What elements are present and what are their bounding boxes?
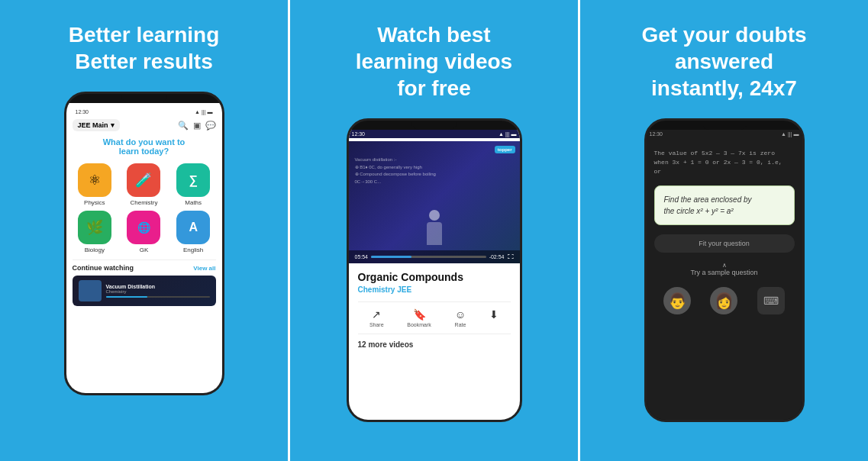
status-icons-1: ▲ ||| ▬ bbox=[195, 109, 212, 114]
status-icons-2: ▲ ||| ▬ bbox=[499, 131, 516, 137]
video-controls[interactable]: 05:54 -02:54 ⛶ bbox=[349, 250, 520, 263]
english-label: English bbox=[183, 247, 203, 253]
video-icon[interactable]: ▣ bbox=[193, 121, 201, 131]
subject-english[interactable]: A English bbox=[171, 211, 216, 253]
nav-icons: 🔍 ▣ 💬 bbox=[178, 121, 216, 131]
chat-icon[interactable]: 💬 bbox=[205, 121, 216, 131]
video-progress-fill bbox=[371, 256, 411, 258]
chevron-up-icon: ∧ bbox=[659, 262, 790, 269]
status-bar-3: 12:30 ▲ ||| ▬ bbox=[647, 130, 802, 138]
panel1-heading: Better learning Better results bbox=[69, 21, 220, 75]
continue-label: Continue watching bbox=[73, 264, 134, 272]
battery-icon-2: ▬ bbox=[511, 131, 517, 137]
presenter-figure bbox=[427, 210, 442, 245]
biology-icon-bg: 🌿 bbox=[78, 211, 111, 244]
fullscreen-icon[interactable]: ⛶ bbox=[508, 253, 514, 260]
video-player[interactable]: topper Vacuum distillation :- ⊕ B1♦ 0C, … bbox=[349, 141, 520, 263]
phone-screen-1: 12:30 ▲ ||| ▬ JEE Main ▾ 🔍 ▣ 💬 bbox=[66, 103, 222, 393]
video-info: Organic Compounds Chemistry JEE ↗ Share … bbox=[349, 263, 520, 356]
continue-progress-bar bbox=[106, 296, 210, 298]
panel-doubts: Get your doubts answered instantly, 24x7… bbox=[578, 0, 868, 461]
share-label: Share bbox=[369, 322, 384, 327]
chemistry-icon-bg: 🧪 bbox=[127, 163, 160, 197]
panel-learning-videos: Watch best learning videos for free 12:3… bbox=[288, 0, 578, 461]
phone-mockup-3: 12:30 ▲ ||| ▬ The value of 5x2 — 3 — 7x … bbox=[644, 118, 805, 422]
phone-mockup-1: 12:30 ▲ ||| ▬ JEE Main ▾ 🔍 ▣ 💬 bbox=[64, 92, 224, 395]
subject-physics[interactable]: ⚛ Physics bbox=[73, 163, 118, 206]
video-subtitle: Chemistry JEE bbox=[358, 285, 511, 294]
jee-label: JEE Main bbox=[78, 121, 108, 129]
rate-label: Rate bbox=[455, 322, 466, 327]
video-elapsed: 05:54 bbox=[355, 254, 369, 260]
avatar-2: 👩 bbox=[710, 287, 737, 314]
avatar-1: 👨 bbox=[663, 287, 691, 314]
subject-maths[interactable]: ∑ Maths bbox=[171, 163, 216, 206]
signal-icon-2: ||| bbox=[505, 131, 509, 137]
maths-icon-bg: ∑ bbox=[176, 163, 210, 197]
rate-icon: ☺ bbox=[455, 308, 466, 321]
try-sample-section: ∧ Try a sample question bbox=[654, 257, 795, 281]
doubt-avatars: 👨 👩 ⌨ bbox=[654, 287, 795, 314]
video-screen: 12:30 ▲ ||| ▬ topper Vacuum distillation… bbox=[349, 130, 520, 420]
phone-mockup-2: 12:30 ▲ ||| ▬ topper Vacuum distillation… bbox=[347, 118, 522, 422]
physics-icon-bg: ⚛ bbox=[78, 163, 111, 197]
status-bar-2: 12:30 ▲ ||| ▬ bbox=[349, 130, 520, 138]
continue-video-sub: Chemistry bbox=[106, 289, 210, 294]
download-icon: ⬇ bbox=[489, 308, 499, 321]
doubt-card: Find the area enclosed by the circle x² … bbox=[654, 185, 795, 225]
subject-chemistry[interactable]: 🧪 Chemistry bbox=[121, 163, 166, 206]
status-bar-1: 12:30 ▲ ||| ▬ bbox=[73, 108, 216, 116]
chemistry-label: Chemistry bbox=[130, 199, 157, 206]
panel-better-learning: Better learning Better results 12:30 ▲ |… bbox=[0, 0, 288, 461]
subject-gk[interactable]: 🌐 GK bbox=[121, 211, 166, 253]
share-icon: ↗ bbox=[372, 308, 381, 321]
sample-label: Try a sample question bbox=[690, 269, 757, 276]
learn-highlight: learn bbox=[119, 147, 139, 156]
continue-header: Continue watching View all bbox=[73, 264, 216, 272]
doubt-content: The value of 5x2 — 3 — 7x is zero when 3… bbox=[647, 141, 802, 322]
more-videos-count: 12 more videos bbox=[358, 340, 511, 349]
signal-icon: ||| bbox=[202, 109, 205, 114]
panel2-heading: Watch best learning videos for free bbox=[356, 21, 512, 102]
jee-badge[interactable]: JEE Main ▾ bbox=[73, 119, 120, 131]
subject-biology[interactable]: 🌿 Biology bbox=[73, 211, 118, 253]
bookmark-label: Bookmark bbox=[407, 322, 431, 327]
download-action[interactable]: ⬇ bbox=[489, 308, 499, 327]
status-icons-3: ▲ ||| ▬ bbox=[781, 131, 799, 137]
gk-icon-bg: 🌐 bbox=[127, 211, 160, 244]
physics-label: Physics bbox=[84, 199, 105, 206]
video-sketch-text: Vacuum distillation :- ⊕ B1♦ 0C, do gene… bbox=[355, 156, 436, 185]
learn-prompt: What do you want to learn today? bbox=[73, 137, 216, 156]
continue-bar[interactable]: Vacuum Distillation Chemistry bbox=[73, 276, 216, 306]
rate-action[interactable]: ☺ Rate bbox=[455, 308, 466, 327]
fit-question-btn[interactable]: Fit your question bbox=[654, 234, 795, 253]
continue-info: Vacuum Distillation Chemistry bbox=[106, 284, 210, 298]
gk-label: GK bbox=[140, 247, 149, 253]
keyboard-icon[interactable]: ⌨ bbox=[757, 287, 785, 314]
share-action[interactable]: ↗ Share bbox=[369, 308, 384, 327]
status-time-2: 12:30 bbox=[352, 131, 366, 137]
biology-label: Biology bbox=[85, 247, 105, 253]
chevron-down-icon: ▾ bbox=[111, 121, 115, 129]
video-progress-bar[interactable] bbox=[371, 256, 486, 258]
doubt-screen: 12:30 ▲ ||| ▬ The value of 5x2 — 3 — 7x … bbox=[647, 130, 802, 420]
phone-notch-2 bbox=[411, 121, 457, 130]
continue-section: Continue watching View all Vacuum Distil… bbox=[73, 260, 216, 306]
phone-notch-3 bbox=[702, 121, 747, 130]
view-all-link[interactable]: View all bbox=[193, 265, 215, 272]
learn-suffix: today? bbox=[141, 147, 169, 156]
battery-icon-3: ▬ bbox=[794, 131, 799, 137]
continue-video-title: Vacuum Distillation bbox=[106, 284, 210, 289]
bookmark-action[interactable]: 🔖 Bookmark bbox=[407, 308, 431, 327]
wifi-icon: ▲ bbox=[195, 109, 200, 114]
subject-grid: ⚛ Physics 🧪 Chemistry ∑ Maths 🌿 Biology … bbox=[73, 163, 216, 253]
wifi-icon-2: ▲ bbox=[499, 131, 504, 137]
continue-progress-fill bbox=[106, 296, 147, 298]
video-title: Organic Compounds bbox=[358, 271, 511, 283]
signal-icon-3: ||| bbox=[788, 131, 792, 137]
phone-nav-1: JEE Main ▾ 🔍 ▣ 💬 bbox=[73, 119, 216, 131]
panel3-heading: Get your doubts answered instantly, 24x7 bbox=[641, 21, 806, 102]
search-icon[interactable]: 🔍 bbox=[178, 121, 189, 131]
video-remaining: -02:54 bbox=[489, 254, 505, 260]
english-icon-bg: A bbox=[176, 211, 210, 244]
